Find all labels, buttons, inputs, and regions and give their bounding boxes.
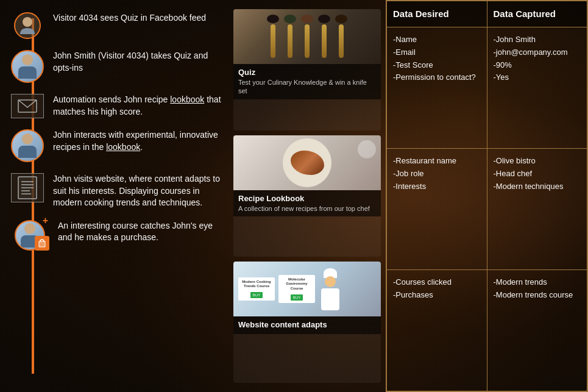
mini-card-2-title: Molecular Gastronomy Course xyxy=(281,277,313,291)
table-row-1: -Name -Email -Test Score -Permission to … xyxy=(387,27,587,149)
table-header: Data Desired Data Captured xyxy=(387,1,587,27)
person-silhouette-icon xyxy=(19,16,36,35)
spoon-handle-1 xyxy=(271,24,275,58)
table-cell-captured-2: -Olive bistro -Head chef -Modern techniq… xyxy=(487,149,587,269)
chef-face xyxy=(325,276,336,287)
garnish-decoration xyxy=(358,140,376,159)
col-header-captured: Data Captured xyxy=(487,1,587,27)
mini-card-2: Molecular Gastronomy Course BUY xyxy=(278,275,315,303)
timeline-text-automation: Automation sends John recipe lookbook th… xyxy=(46,94,222,118)
dish-plate xyxy=(283,138,331,187)
avatar-head-3 xyxy=(24,223,35,234)
mini-card-1-title: Modern Cooking Trends Course xyxy=(241,280,272,288)
avatar-body-2 xyxy=(18,146,37,158)
table-cell-captured-3: -Modern trends -Modern trends course xyxy=(487,270,587,391)
col-title-captured: Data Captured xyxy=(494,9,556,19)
spoon-handle-3 xyxy=(305,24,310,58)
table-row-2: -Restaurant name -Job role -Interests -O… xyxy=(387,149,587,270)
recipe-image xyxy=(233,135,381,190)
spoon-3 xyxy=(301,15,313,58)
timeline-item-john-interacts: John interacts with experimental, innova… xyxy=(9,129,222,162)
document-icon xyxy=(11,173,44,202)
content-cards-panel: Quiz Test your Culinary Knowledge & win … xyxy=(228,0,386,392)
chef-figure xyxy=(321,268,339,310)
avatar-person-figure xyxy=(18,54,37,79)
envelope-svg xyxy=(18,99,37,113)
timeline-item-john-quiz: John Smith (Visitor 4034) takes Quiz and… xyxy=(9,50,222,83)
john-avatar-2-wrap xyxy=(9,129,46,162)
avatar-head xyxy=(22,54,33,65)
website-card: Modern Cooking Trends Course BUY Molecul… xyxy=(233,262,381,383)
website-image: Modern Cooking Trends Course BUY Molecul… xyxy=(233,262,381,316)
timeline-item-purchase: + An interesting course catches John's e… xyxy=(9,220,222,251)
mini-cards-container: Modern Cooking Trends Course BUY Molecul… xyxy=(233,262,381,316)
john-avatar-2 xyxy=(11,129,44,162)
table-cell-captured-1: -John Smith -john@company.com -90% -Yes xyxy=(487,27,587,148)
shopping-bag-icon xyxy=(35,236,49,251)
lookbook-link-1: lookbook xyxy=(170,94,204,104)
avatar-body xyxy=(18,66,37,79)
dish-food xyxy=(291,151,324,175)
mini-buy-btn-1[interactable]: BUY xyxy=(250,292,263,298)
timeline-text-purchase: An interesting course catches John's eye… xyxy=(51,220,222,244)
recipe-card: Recipe Lookbook A collection of new reci… xyxy=(233,135,381,257)
visitor-icon-wrap xyxy=(9,12,46,39)
bag-svg xyxy=(38,238,46,248)
col-header-desired: Data Desired xyxy=(387,1,487,27)
quiz-card: Quiz Test your Culinary Knowledge & win … xyxy=(233,9,381,130)
john-avatar-1 xyxy=(11,50,44,83)
table-cell-desired-2: -Restaurant name -Job role -Interests xyxy=(387,149,487,269)
spoon-5 xyxy=(335,15,347,58)
mini-buy-btn-2[interactable]: BUY xyxy=(291,294,303,301)
website-card-content: Website content adapts xyxy=(233,316,381,334)
quiz-card-desc: Test your Culinary Knowledge & win a kni… xyxy=(238,78,376,96)
table-row-3: -Courses clicked -Purchases -Modern tren… xyxy=(387,270,587,391)
lookbook-link-2: lookbook xyxy=(106,142,140,152)
quiz-card-title: Quiz xyxy=(238,68,376,77)
recipe-card-content: Recipe Lookbook A collection of new reci… xyxy=(233,190,381,216)
spoon-handle-4 xyxy=(322,24,327,58)
spoon-4 xyxy=(318,15,330,58)
website-card-title: Website content adapts xyxy=(238,320,376,329)
avatar-head-2 xyxy=(22,134,33,144)
timeline-item-automation: Automation sends John recipe lookbook th… xyxy=(9,94,222,118)
timeline-text-john-quiz: John Smith (Visitor 4034) takes Quiz and… xyxy=(46,50,222,74)
spoons-visual xyxy=(261,9,353,64)
spoon-head-5 xyxy=(335,15,347,23)
timeline-panel: Visitor 4034 sees Quiz in Facebook feed … xyxy=(0,0,228,392)
table-cell-desired-3: -Courses clicked -Purchases xyxy=(387,270,487,391)
spoon-handle-5 xyxy=(339,24,344,58)
timeline-text-visitor: Visitor 4034 sees Quiz in Facebook feed xyxy=(46,12,222,24)
quiz-image xyxy=(233,9,381,64)
mini-card-1: Modern Cooking Trends Course BUY xyxy=(238,277,275,301)
email-icon-wrap xyxy=(9,94,46,118)
spoon-head-2 xyxy=(284,15,296,23)
chef-body xyxy=(321,288,339,310)
visitor-circle-icon xyxy=(14,12,41,39)
john-avatar-bag-wrap: + xyxy=(9,220,51,251)
timeline-text-website: John visits website, where content adapt… xyxy=(46,173,222,209)
spoon-head-1 xyxy=(267,15,279,23)
svg-point-0 xyxy=(23,17,32,27)
spoon-head-4 xyxy=(318,15,330,23)
recipe-card-desc: A collection of new recipes from our top… xyxy=(238,204,376,213)
document-icon-wrap xyxy=(9,173,46,202)
document-svg xyxy=(18,176,37,199)
data-table: Data Desired Data Captured -Name -Email … xyxy=(386,0,588,392)
quiz-card-content: Quiz Test your Culinary Knowledge & win … xyxy=(233,64,381,99)
spoon-handle-2 xyxy=(288,24,292,58)
col-title-desired: Data Desired xyxy=(393,9,449,19)
avatar-person-figure-2 xyxy=(18,134,37,158)
john-avatar-1-wrap xyxy=(9,50,46,83)
spoon-head-3 xyxy=(301,15,313,23)
timeline-item-website: John visits website, where content adapt… xyxy=(9,173,222,209)
plus-sign-icon: + xyxy=(43,215,48,226)
email-envelope-icon xyxy=(11,94,44,118)
recipe-card-title: Recipe Lookbook xyxy=(238,194,376,203)
table-cell-desired-1: -Name -Email -Test Score -Permission to … xyxy=(387,27,487,148)
spoon-1 xyxy=(267,15,279,58)
timeline-item-visitor: Visitor 4034 sees Quiz in Facebook feed xyxy=(9,12,222,39)
spoon-2 xyxy=(284,15,296,58)
table-body: -Name -Email -Test Score -Permission to … xyxy=(387,27,587,391)
timeline-text-john-interacts: John interacts with experimental, innova… xyxy=(46,129,222,153)
